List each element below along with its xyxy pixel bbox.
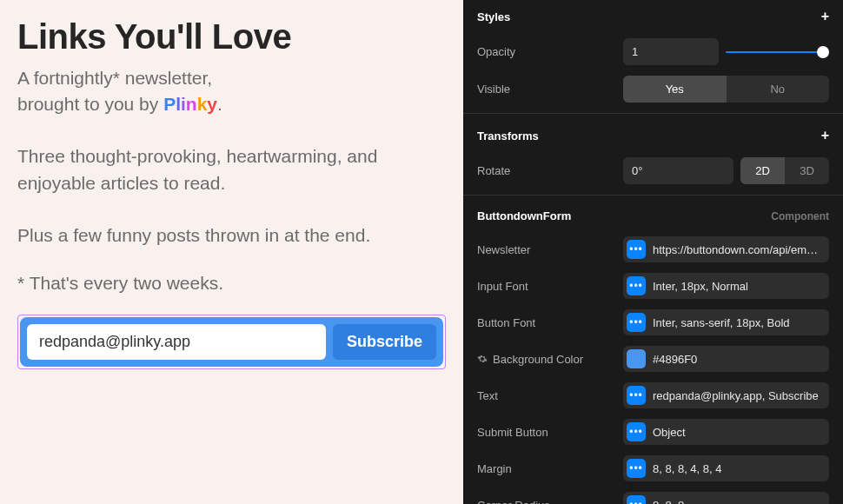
dots-icon[interactable]: ••• [627,459,646,478]
styles-header: Styles + [463,0,843,33]
brand-period: . [217,94,222,114]
submit-label: Submit Button [477,426,616,439]
dimension-segmented: 2D 3D [740,157,829,184]
transforms-header-label: Transforms [477,129,539,143]
rotate-label: Rotate [477,164,616,177]
text-value-text: redpanda@plinky.app, Subscribe [653,389,819,402]
dots-icon[interactable]: ••• [627,240,646,259]
opacity-input[interactable] [623,38,719,65]
button-font-label: Button Font [477,316,616,329]
button-font-row: Button Font ••• Inter, sans-serif, 18px,… [463,304,843,341]
dots-icon[interactable]: ••• [627,276,646,295]
text-label: Text [477,389,616,402]
brand-letter: y [207,94,217,114]
component-header-label: ButtondownForm [477,209,571,222]
margin-label: Margin [477,462,616,475]
gear-icon[interactable] [477,354,488,364]
mode-3d[interactable]: 3D [785,157,829,184]
radius-value-text: 8, 8, 8 [653,499,684,505]
margin-row: Margin ••• 8, 8, 8, 4, 8, 4 [463,450,843,487]
visible-yes[interactable]: Yes [623,76,727,103]
bg-color-label: Background Color [477,353,616,366]
preview-canvas: Links You'll Love A fortnightly* newslet… [0,0,463,504]
component-header: ButtondownForm Component [463,201,843,231]
margin-value[interactable]: ••• 8, 8, 8, 4, 8, 4 [623,455,829,481]
dots-icon[interactable]: ••• [627,386,646,405]
transforms-header: Transforms + [463,119,843,152]
text-value[interactable]: ••• redpanda@plinky.app, Subscribe [623,382,829,408]
subtitle: A fortnightly* newsletter, brought to yo… [17,65,446,118]
visible-row: Visible Yes No [463,70,843,108]
newsletter-label: Newsletter [477,243,616,256]
dots-icon[interactable]: ••• [627,495,646,504]
rotate-row: Rotate 2D 3D [463,152,843,189]
opacity-label: Opacity [477,45,616,58]
bg-color-value[interactable]: #4896F0 [623,346,829,372]
slider-thumb[interactable] [817,46,829,58]
dots-icon[interactable]: ••• [627,422,646,441]
divider [463,195,843,196]
button-font-text: Inter, sans-serif, 18px, Bold [653,316,790,329]
bg-color-row: Background Color #4896F0 [463,341,843,377]
bg-label-text: Background Color [493,353,583,366]
plus-icon[interactable]: + [821,9,829,24]
component-tag: Component [771,210,829,222]
visible-label: Visible [477,83,616,96]
slider-track [726,51,829,53]
page-title: Links You'll Love [17,17,446,56]
brand-letter: k [197,94,208,114]
text-row: Text ••• redpanda@plinky.app, Subscribe [463,377,843,414]
form-selection-outline[interactable]: Subscribe [17,315,446,369]
submit-value[interactable]: ••• Object [623,419,829,445]
email-input[interactable] [27,324,326,360]
opacity-slider[interactable] [726,43,829,61]
brand-letter: P [163,94,176,114]
radius-value[interactable]: ••• 8, 8, 8 [623,492,829,504]
margin-value-text: 8, 8, 8, 4, 8, 4 [653,462,722,475]
rotate-input[interactable] [623,157,733,184]
opacity-row: Opacity [463,33,843,70]
dots-icon[interactable]: ••• [627,313,646,332]
submit-row: Submit Button ••• Object [463,414,843,450]
radius-row: Corner Radius ••• 8, 8, 8 [463,487,843,504]
mode-2d[interactable]: 2D [740,157,785,184]
input-font-row: Input Font ••• Inter, 18px, Normal [463,268,843,304]
newsletter-value[interactable]: ••• https://buttondown.com/api/emai… [623,236,829,262]
input-font-text: Inter, 18px, Normal [653,280,748,293]
input-font-label: Input Font [477,280,616,293]
input-font-value[interactable]: ••• Inter, 18px, Normal [623,273,829,299]
button-font-value[interactable]: ••• Inter, sans-serif, 18px, Bold [623,309,829,335]
body-paragraph-1: Three thought-provoking, heartwarming, a… [17,143,446,197]
inspector-panel: Styles + Opacity Visible Yes No Transfor… [463,0,843,504]
subtitle-line1: A fortnightly* newsletter, [17,68,212,88]
color-chip[interactable] [627,349,646,368]
body-paragraph-2: Plus a few funny posts thrown in at the … [17,222,446,249]
newsletter-row: Newsletter ••• https://buttondown.com/ap… [463,231,843,268]
brand-letter: n [186,94,197,114]
submit-value-text: Object [653,426,686,439]
subscribe-button[interactable]: Subscribe [333,324,436,360]
styles-header-label: Styles [477,10,510,23]
divider [463,113,843,114]
visible-no[interactable]: No [727,76,830,103]
plus-icon[interactable]: + [821,128,829,143]
footnote: * That's every two weeks. [17,273,446,294]
subscribe-form: Subscribe [20,317,443,367]
newsletter-text: https://buttondown.com/api/emai… [653,243,824,256]
visible-segmented: Yes No [623,76,829,103]
bg-color-text: #4896F0 [653,353,697,366]
radius-label: Corner Radius [477,499,616,505]
subtitle-line2-prefix: brought to you by [17,94,163,114]
